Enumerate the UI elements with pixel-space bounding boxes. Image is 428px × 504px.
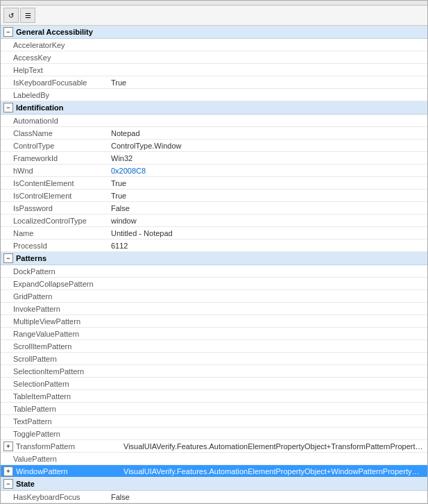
prop-name-accesskey: AccessKey <box>1 53 108 62</box>
prop-name-gridpattern: GridPattern <box>1 292 108 301</box>
prop-name-frameworkid: FrameworkId <box>1 153 108 163</box>
property-row-ispassword[interactable]: IsPasswordFalse <box>1 202 427 215</box>
prop-value-iskeyboardfocusable: True <box>108 78 427 87</box>
prop-name-controltype: ControlType <box>1 141 108 151</box>
prop-name-dockpattern: DockPattern <box>1 267 108 276</box>
prop-name-ispassword: IsPassword <box>1 203 108 213</box>
prop-value-windowpattern: VisualUIAVerify.Features.AutomationEleme… <box>121 467 427 476</box>
prop-value-haskeyboardfocus: False <box>108 492 427 502</box>
properties-content: −General AccessibilityAcceleratorKeyAcce… <box>1 26 427 503</box>
prop-value-controltype: ControlType.Window <box>108 141 427 151</box>
section-header-identification[interactable]: −Identification <box>1 101 427 115</box>
row-expander-windowpattern[interactable]: + <box>3 467 13 476</box>
property-row-helptext[interactable]: HelpText <box>1 64 427 76</box>
prop-value-valuepattern <box>108 458 427 460</box>
property-row-transformpattern[interactable]: +TransformPatternVisualUIAVerify.Feature… <box>1 440 427 453</box>
property-row-selectionitempattern[interactable]: SelectionItemPattern <box>1 365 427 378</box>
property-row-frameworkid[interactable]: FrameworkIdWin32 <box>1 152 427 165</box>
prop-name-tablepattern: TablePattern <box>1 404 108 414</box>
prop-name-tableitempattern: TableItemPattern <box>1 392 108 401</box>
panel-title <box>1 1 427 6</box>
prop-value-labeledby <box>108 94 427 96</box>
property-row-selectionpattern[interactable]: SelectionPattern <box>1 378 427 390</box>
prop-name-expandcollapsepattern: ExpandCollapsePattern <box>1 279 108 289</box>
refresh-button[interactable]: ↺ <box>3 8 19 23</box>
property-row-accesskey[interactable]: AccessKey <box>1 51 427 64</box>
section-expander-identification[interactable]: − <box>3 103 13 112</box>
property-row-name[interactable]: NameUntitled - Notepad <box>1 227 427 240</box>
prop-value-processid: 6112 <box>108 241 427 251</box>
section-header-patterns[interactable]: −Patterns <box>1 252 427 265</box>
prop-value-iscontentelement: True <box>108 178 427 188</box>
property-row-labeledby[interactable]: LabeledBy <box>1 89 427 101</box>
prop-value-togglepattern <box>108 433 427 435</box>
prop-name-labeledby: LabeledBy <box>1 90 108 100</box>
section-header-general-accessibility[interactable]: −General Accessibility <box>1 26 427 39</box>
property-row-rangevaluepattern[interactable]: RangeValuePattern <box>1 328 427 340</box>
property-row-windowpattern[interactable]: +WindowPatternVisualUIAVerify.Features.A… <box>1 465 427 478</box>
row-expander-transformpattern[interactable]: + <box>3 442 13 451</box>
section-expander-patterns[interactable]: − <box>3 253 13 263</box>
section-expander-general-accessibility[interactable]: − <box>3 27 13 37</box>
property-row-tableitempattern[interactable]: TableItemPattern <box>1 390 427 403</box>
property-row-multipleviewpattern[interactable]: MultipleViewPattern <box>1 315 427 328</box>
prop-value-selectionitempattern <box>108 371 427 372</box>
prop-name-scrollpattern: ScrollPattern <box>1 354 108 364</box>
property-row-expandcollapsepattern[interactable]: ExpandCollapsePattern <box>1 278 427 290</box>
prop-value-transformpattern: VisualUIAVerify.Features.AutomationEleme… <box>121 442 427 451</box>
property-row-scrollpattern[interactable]: ScrollPattern <box>1 353 427 365</box>
prop-name-hwnd: hWnd <box>1 166 108 176</box>
prop-value-acceleratorkey <box>108 44 427 46</box>
toolbar: ↺ ☰ <box>1 6 427 26</box>
property-row-dockpattern[interactable]: DockPattern <box>1 265 427 278</box>
property-row-localizedcontroltype[interactable]: LocalizedControlTypewindow <box>1 215 427 227</box>
prop-name-processid: ProcessId <box>1 241 108 251</box>
prop-name-name: Name <box>1 228 108 238</box>
prop-value-invokepattern <box>108 308 427 310</box>
prop-value-localizedcontroltype: window <box>108 216 427 226</box>
prop-value-ispassword: False <box>108 203 427 213</box>
property-row-textpattern[interactable]: TextPattern <box>1 415 427 428</box>
section-expander-state[interactable]: − <box>3 479 13 489</box>
property-row-acceleratorkey[interactable]: AcceleratorKey <box>1 39 427 51</box>
section-label-identification: Identification <box>16 103 63 112</box>
prop-value-rangevaluepattern <box>108 333 427 335</box>
prop-name-textpattern: TextPattern <box>1 417 108 426</box>
prop-value-classname: Notepad <box>108 128 427 138</box>
prop-value-helptext <box>108 69 427 71</box>
list-button[interactable]: ☰ <box>20 8 35 23</box>
section-label-general-accessibility: General Accessibility <box>16 28 93 36</box>
property-row-tablepattern[interactable]: TablePattern <box>1 403 427 415</box>
prop-name-automationid: AutomationId <box>1 116 108 126</box>
property-row-iscontentelement[interactable]: IsContentElementTrue <box>1 177 427 190</box>
prop-name-windowpattern: WindowPattern <box>13 467 121 476</box>
prop-name-selectionpattern: SelectionPattern <box>1 379 108 389</box>
properties-panel: ↺ ☰ −General AccessibilityAcceleratorKey… <box>0 0 428 504</box>
property-row-valuepattern[interactable]: ValuePattern <box>1 453 427 465</box>
section-header-state[interactable]: −State <box>1 478 427 491</box>
property-row-scrollitempattern[interactable]: ScrollItemPattern <box>1 340 427 353</box>
property-row-classname[interactable]: ClassNameNotepad <box>1 127 427 140</box>
property-row-controltype[interactable]: ControlTypeControlType.Window <box>1 140 427 152</box>
prop-name-multipleviewpattern: MultipleViewPattern <box>1 317 108 326</box>
prop-value-textpattern <box>108 421 427 422</box>
property-row-hwnd[interactable]: hWnd0x2008C8 <box>1 165 427 177</box>
prop-name-rangevaluepattern: RangeValuePattern <box>1 329 108 339</box>
property-row-iskeyboardfocusable[interactable]: IsKeyboardFocusableTrue <box>1 76 427 89</box>
property-row-togglepattern[interactable]: TogglePattern <box>1 428 427 440</box>
prop-name-selectionitempattern: SelectionItemPattern <box>1 367 108 376</box>
prop-name-togglepattern: TogglePattern <box>1 429 108 439</box>
prop-name-invokepattern: InvokePattern <box>1 304 108 314</box>
property-row-gridpattern[interactable]: GridPattern <box>1 290 427 303</box>
property-row-processid[interactable]: ProcessId6112 <box>1 240 427 252</box>
prop-value-selectionpattern <box>108 383 427 385</box>
property-row-iscontrolelement[interactable]: IsControlElementTrue <box>1 190 427 202</box>
prop-value-iscontrolelement: True <box>108 191 427 201</box>
property-row-invokepattern[interactable]: InvokePattern <box>1 303 427 315</box>
prop-name-iscontentelement: IsContentElement <box>1 178 108 188</box>
prop-value-hwnd[interactable]: 0x2008C8 <box>108 166 427 176</box>
property-row-automationid[interactable]: AutomationId <box>1 115 427 127</box>
prop-value-multipleviewpattern <box>108 321 427 322</box>
prop-name-helptext: HelpText <box>1 65 108 75</box>
property-row-haskeyboardfocus[interactable]: HasKeyboardFocusFalse <box>1 491 427 503</box>
